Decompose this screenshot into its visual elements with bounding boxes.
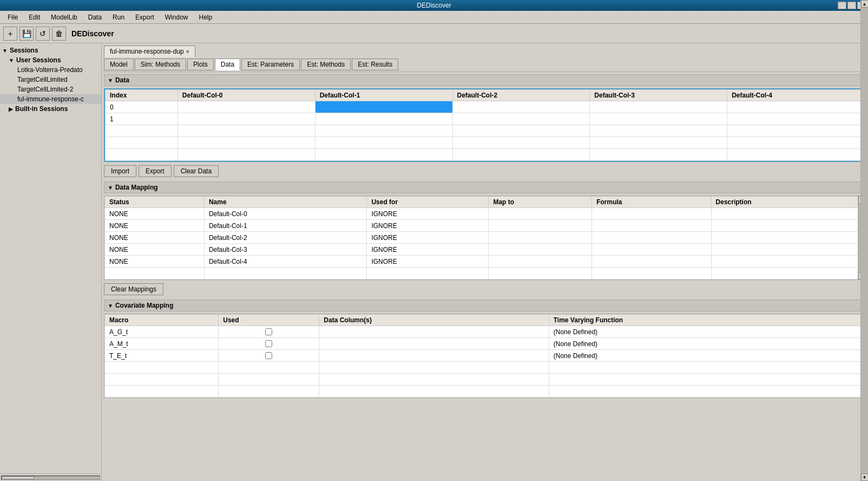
cell-e-2: [452, 125, 590, 137]
save-button[interactable]: 💾: [19, 27, 34, 41]
cov-col-macro: Macro: [105, 315, 219, 326]
menu-file[interactable]: File: [2, 12, 23, 22]
map-col-used-for: Used for: [367, 197, 489, 208]
tab-data[interactable]: Data: [215, 58, 240, 70]
menu-help[interactable]: Help: [193, 12, 218, 22]
table-row: 1: [106, 113, 865, 125]
cell-0-0: [177, 101, 315, 113]
cell-1-0: [177, 113, 315, 125]
covariate-table: Macro Used Data Column(s) Time Varying F…: [104, 314, 865, 398]
table-row: [105, 374, 865, 386]
sidebar-item-target2[interactable]: TargetCellLimited-2: [0, 84, 101, 94]
menu-run[interactable]: Run: [107, 12, 130, 22]
table-row: NONEDefault-Col-0IGNORE: [105, 208, 865, 220]
cov-col-used: Used: [219, 315, 319, 326]
cell-e-3: [590, 125, 727, 137]
data-section-header: ▼ Data: [104, 74, 866, 86]
covariate-table-wrapper: Macro Used Data Column(s) Time Varying F…: [104, 314, 866, 398]
content-area: ful-immune-response-dup × Model Sim: Met…: [102, 43, 868, 481]
cov-macro-0: A_G_t: [105, 326, 219, 338]
tab-close-icon[interactable]: ×: [186, 49, 189, 55]
data-button-row: Import Export Clear Data: [104, 165, 866, 177]
menu-window[interactable]: Window: [160, 12, 194, 22]
export-button[interactable]: Export: [139, 165, 172, 177]
data-table: Index Default-Col-0 Default-Col-1 Defaul…: [105, 89, 865, 161]
col-default-4: Default-Col-4: [727, 90, 865, 101]
map-col-map-to: Map to: [489, 197, 592, 208]
sidebar-item-target1[interactable]: TargetCellLimited: [0, 75, 101, 84]
sidebar-item-ful[interactable]: ful-immune-response-c: [0, 94, 101, 104]
cov-checkbox-0[interactable]: [265, 328, 272, 335]
toolbar-title: DEDiscover: [71, 29, 114, 38]
menu-export[interactable]: Export: [130, 12, 160, 22]
sidebar-scroll-thumb[interactable]: [2, 476, 34, 479]
table-row: NONEDefault-Col-1IGNORE: [105, 220, 865, 232]
tab-name: ful-immune-response-dup: [110, 48, 184, 55]
data-table-wrapper: Index Default-Col-0 Default-Col-1 Defaul…: [104, 88, 866, 162]
maximize-button[interactable]: □: [847, 2, 856, 9]
tab-sim-methods[interactable]: Sim: Methods: [135, 58, 186, 70]
table-row: [106, 149, 865, 161]
new-button[interactable]: +: [3, 27, 17, 41]
mapping-table: Status Name Used for Map to Formula Desc…: [104, 196, 865, 280]
cell-0-3: [590, 101, 727, 113]
cov-data-0: [319, 326, 549, 338]
col-index: Index: [106, 90, 178, 101]
user-sessions-group[interactable]: ▼ User Sessions: [0, 55, 101, 65]
cov-checkbox-2[interactable]: [265, 352, 272, 359]
table-row: NONEDefault-Col-3IGNORE: [105, 244, 865, 256]
sessions-group[interactable]: ▼ Sessions: [0, 46, 101, 55]
cell-e-1: [315, 125, 452, 137]
tab-est-results[interactable]: Est: Results: [352, 58, 398, 70]
cov-col-data: Data Column(s): [319, 315, 549, 326]
menu-data[interactable]: Data: [83, 12, 107, 22]
cell-1-3: [590, 113, 727, 125]
menu-modellib[interactable]: ModelLib: [45, 12, 83, 22]
sidebar-scroll-track[interactable]: [1, 476, 100, 480]
mapping-table-wrapper: Status Name Used for Map to Formula Desc…: [104, 196, 866, 280]
built-in-sessions-group[interactable]: ▶ Built-in Sessions: [0, 104, 101, 114]
refresh-button[interactable]: ↺: [36, 27, 50, 41]
minimize-button[interactable]: _: [838, 2, 846, 9]
sidebar-item-lotka[interactable]: Lotka-Volterra-Predato: [0, 65, 101, 75]
table-row: A_G_t (None Defined): [105, 326, 865, 338]
table-row: [105, 268, 865, 280]
import-button[interactable]: Import: [104, 165, 136, 177]
cov-macro-1: A_M_t: [105, 338, 219, 350]
cell-0-2: [452, 101, 590, 113]
cov-used-0: [219, 326, 319, 338]
covariate-arrow: ▼: [108, 303, 113, 309]
delete-button[interactable]: 🗑: [52, 27, 66, 41]
cov-scroll-track: [861, 314, 866, 398]
cell-empty: [106, 125, 178, 137]
sidebar: ▼ Sessions ▼ User Sessions Lotka-Volterr…: [0, 43, 102, 481]
menu-edit[interactable]: Edit: [23, 12, 45, 22]
data-section-label: Data: [115, 76, 129, 84]
table-row: [105, 386, 865, 398]
col-default-2: Default-Col-2: [452, 90, 590, 101]
cov-data-1: [319, 338, 549, 350]
title-bar: DEDiscover _ □ ✕: [0, 0, 868, 11]
cell-1-2: [452, 113, 590, 125]
cov-macro-2: T_E_t: [105, 350, 219, 362]
covariate-section-header: ▼ Covariate Mapping: [104, 300, 866, 311]
clear-mappings-button[interactable]: Clear Mappings: [104, 283, 163, 295]
user-sessions-label: User Sessions: [16, 56, 61, 64]
main-tab[interactable]: ful-immune-response-dup ×: [104, 46, 195, 57]
tab-est-parameters[interactable]: Est: Parameters: [241, 58, 300, 70]
table-row: [106, 125, 865, 137]
sidebar-scrollbar: [0, 473, 101, 481]
map-col-status: Status: [105, 197, 205, 208]
toolbar: + 💾 ↺ 🗑 DEDiscover: [0, 24, 868, 43]
cell-1-1: [315, 113, 452, 125]
tab-model[interactable]: Model: [104, 58, 134, 70]
covariate-scrollbar: ▲ ▼: [860, 314, 866, 398]
cell-1-4: [727, 113, 865, 125]
tab-plots[interactable]: Plots: [187, 58, 214, 70]
tab-est-methods[interactable]: Est: Methods: [301, 58, 351, 70]
cov-time-2: (None Defined): [549, 350, 865, 362]
cov-col-time: Time Varying Function: [549, 315, 865, 326]
cov-checkbox-1[interactable]: [265, 340, 272, 347]
cov-data-2: [319, 350, 549, 362]
clear-data-button[interactable]: Clear Data: [174, 165, 219, 177]
